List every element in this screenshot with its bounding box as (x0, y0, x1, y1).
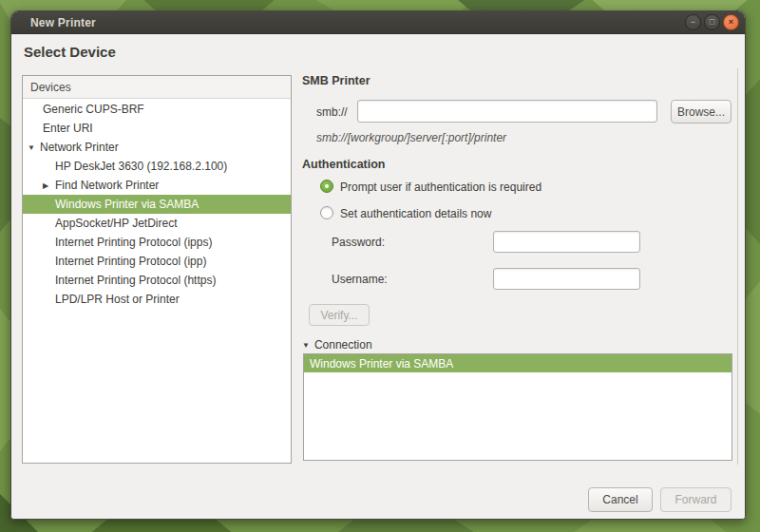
device-item[interactable]: Generic CUPS-BRF (23, 100, 291, 119)
device-item[interactable]: LPD/LPR Host or Printer (23, 290, 291, 309)
browse-button[interactable]: Browse... (671, 100, 732, 124)
maximize-button[interactable]: □ (704, 14, 720, 30)
smb-uri-input[interactable] (357, 100, 657, 123)
connection-item-label: Windows Printer via SAMBA (310, 357, 453, 370)
device-item-label: Enter URI (43, 122, 93, 135)
expander-collapsed-icon[interactable]: ▶ (43, 181, 55, 190)
device-item[interactable]: ▶Find Network Printer (23, 176, 291, 195)
new-printer-window: New Printer − □ × Select Device Devices … (10, 10, 746, 520)
device-item[interactable]: Enter URI (23, 119, 291, 138)
devices-panel: Devices Generic CUPS-BRFEnter URI▼Networ… (22, 75, 292, 464)
window-title: New Printer (11, 16, 96, 29)
devices-column-header[interactable]: Devices (23, 76, 291, 99)
device-item-label: Internet Printing Protocol (https) (55, 274, 216, 287)
device-item-label: LPD/LPR Host or Printer (55, 293, 180, 306)
device-item[interactable]: Internet Printing Protocol (ipp) (23, 252, 291, 271)
close-button[interactable]: × (723, 14, 739, 30)
device-item[interactable]: Internet Printing Protocol (https) (23, 271, 291, 290)
maximize-icon: □ (710, 18, 714, 27)
smb-scheme-label: smb:// (316, 105, 348, 119)
device-item-label: Generic CUPS-BRF (43, 103, 144, 116)
panel-divider (737, 68, 738, 465)
authentication-heading: Authentication (302, 158, 386, 171)
dialog-body: Select Device Devices Generic CUPS-BRFEn… (11, 34, 745, 520)
device-item-label: Internet Printing Protocol (ipps) (55, 236, 212, 249)
forward-button[interactable]: Forward (660, 487, 732, 512)
minimize-icon: − (691, 18, 695, 27)
device-item-label: Network Printer (40, 141, 119, 154)
connection-expander-label: Connection (314, 338, 372, 352)
connection-item[interactable]: Windows Printer via SAMBA (304, 354, 732, 372)
page-title: Select Device (24, 44, 116, 60)
connection-expander[interactable]: ▼ Connection (302, 338, 372, 352)
radio-prompt-auth-label[interactable]: Prompt user if authentication is require… (340, 180, 542, 194)
device-item-label: Find Network Printer (55, 179, 159, 192)
verify-button[interactable]: Verify... (309, 304, 370, 326)
expander-expanded-icon[interactable]: ▼ (28, 143, 40, 152)
username-input[interactable] (493, 268, 640, 290)
minimize-button[interactable]: − (685, 14, 701, 30)
device-item-label: HP DeskJet 3630 (192.168.2.100) (55, 160, 227, 173)
window-titlebar[interactable]: New Printer − □ × (11, 11, 745, 34)
device-item[interactable]: Windows Printer via SAMBA (23, 195, 291, 214)
device-item[interactable]: AppSocket/HP JetDirect (23, 214, 291, 233)
close-icon: × (729, 18, 733, 27)
password-input[interactable] (493, 231, 640, 253)
device-item[interactable]: Internet Printing Protocol (ipps) (23, 233, 291, 252)
device-item[interactable]: ▼Network Printer (23, 138, 291, 157)
cancel-button[interactable]: Cancel (588, 487, 653, 512)
smb-printer-heading: SMB Printer (302, 74, 370, 87)
radio-set-auth-label[interactable]: Set authentication details now (340, 207, 491, 220)
radio-prompt-auth[interactable] (320, 180, 333, 193)
smb-uri-hint: smb://[workgroup/]server[:port]/printer (316, 131, 506, 144)
password-label: Password: (332, 236, 385, 249)
username-label: Username: (332, 273, 388, 286)
connection-list: Windows Printer via SAMBA (303, 353, 732, 461)
expander-expanded-icon: ▼ (302, 341, 310, 350)
radio-set-auth[interactable] (320, 206, 333, 219)
device-item-label: Windows Printer via SAMBA (55, 198, 199, 211)
device-item[interactable]: HP DeskJet 3630 (192.168.2.100) (23, 157, 291, 176)
window-controls: − □ × (685, 14, 739, 30)
device-item-label: Internet Printing Protocol (ipp) (55, 255, 206, 268)
device-item-label: AppSocket/HP JetDirect (55, 217, 178, 230)
devices-list: Generic CUPS-BRFEnter URI▼Network Printe… (23, 100, 291, 463)
